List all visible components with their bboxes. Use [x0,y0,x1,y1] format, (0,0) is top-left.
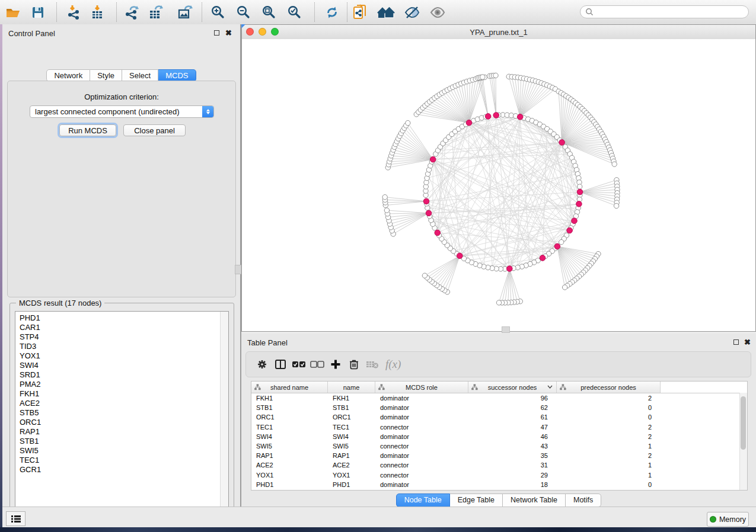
tab-network[interactable]: Network [46,69,90,82]
mcds-result-item[interactable]: SWI4 [15,361,228,370]
cell-MCDS-role: dominator [375,452,468,459]
zoom-selected-button[interactable] [285,3,304,21]
mcds-result-item[interactable]: GCR1 [15,465,228,475]
cell-predecessor-nodes: 0 [557,481,661,488]
desktop-wallpaper-edge [0,527,756,532]
task-history-button[interactable] [6,511,25,526]
export-image-button[interactable] [176,3,194,21]
network-graph[interactable] [242,39,755,331]
tab-network-table[interactable]: Network Table [503,493,566,507]
scrollbar-thumb[interactable] [741,396,746,450]
table-row[interactable]: YOX1YOX1connector291 [251,470,747,480]
trash-icon [349,359,359,370]
mcds-result-item[interactable]: YOX1 [15,351,228,361]
table-panel-float-button[interactable] [732,338,740,346]
run-mcds-button[interactable]: Run MCDS [59,124,116,136]
mcds-result-item[interactable]: SRD1 [15,370,228,380]
tab-style[interactable]: Style [90,69,122,82]
zoom-out-button[interactable] [234,3,253,21]
settings-button[interactable] [256,358,269,371]
control-panel-close-button[interactable]: ✖ [225,29,232,37]
mcds-result-list[interactable]: PHD1CAR1STP4TID3YOX1SWI4SRD1PMA2FKH1ACE2… [15,311,229,520]
zoom-in-button[interactable] [208,3,227,21]
column-chooser-button[interactable] [274,358,287,371]
cell-MCDS-role: dominator [375,414,468,421]
cell-name: SWI5 [328,443,375,450]
network-titlebar[interactable]: YPA_prune.txt_1 [242,25,755,40]
export-table-button[interactable] [146,3,165,21]
cell-shared-name: STB1 [251,404,328,411]
deselect-all-rows-button[interactable] [311,358,324,371]
add-column-button[interactable] [329,358,342,371]
mcds-result-title: MCDS result (17 nodes) [16,299,104,307]
column-header-predecessor-nodes[interactable]: predecessor nodes [557,382,661,393]
tab-mcds[interactable]: MCDS [158,69,196,82]
node-table: shared namenameMCDS rolesuccessor nodesp… [251,381,748,491]
table-row[interactable]: ACE2ACE2connector311 [251,460,747,470]
tab-select[interactable]: Select [122,69,158,82]
table-row[interactable]: PHD1PHD1dominator180 [251,480,747,489]
vertical-splitter-handle[interactable] [235,265,241,274]
table-row[interactable]: SWI4SWI4dominator462 [251,432,747,441]
mcds-result-item[interactable]: SWI5 [15,446,228,456]
hide-panel-button[interactable] [403,3,422,21]
table-scrollbar[interactable] [739,393,747,490]
home-button[interactable] [377,3,395,21]
network-document-button[interactable] [350,3,369,21]
tab-edge-table[interactable]: Edge Table [450,493,503,507]
network-hub-node [572,218,578,224]
import-table-button[interactable] [88,3,107,21]
mcds-result-item[interactable]: CAR1 [15,323,228,332]
column-header-shared-name[interactable]: shared name [251,382,328,393]
tab-node-table[interactable]: Node Table [396,493,450,507]
mcds-result-item[interactable]: PMA2 [15,380,228,389]
status-bar: Memory [0,507,756,528]
table-row[interactable]: STB1STB1dominator620 [251,403,747,412]
column-header-successor-nodes[interactable]: successor nodes [468,382,557,393]
column-header-MCDS-role[interactable]: MCDS role [375,382,468,393]
mcds-result-item[interactable]: STB5 [15,408,228,418]
control-panel-float-button[interactable] [213,29,221,37]
mcds-result-item[interactable]: RAP1 [15,427,228,437]
criterion-dropdown[interactable]: largest connected component (undirected) [30,105,214,118]
mcds-result-item[interactable]: ORC1 [15,418,228,427]
table-row[interactable]: TEC1TEC1connector472 [251,422,747,432]
delete-table-button[interactable] [366,358,379,371]
import-network-button[interactable] [65,3,84,21]
mcds-result-item[interactable]: STB1 [15,437,228,446]
table-row[interactable]: FKH1FKH1dominator962 [251,393,747,403]
delete-column-button[interactable] [347,358,361,371]
zoom-fit-icon [261,5,276,20]
close-panel-button[interactable]: Close panel [123,124,186,136]
open-session-button[interactable] [4,3,23,21]
export-network-button[interactable] [123,3,142,21]
mcds-result-item[interactable]: TEC1 [15,456,228,465]
search-input[interactable] [580,5,749,18]
network-hub-node [517,114,523,120]
select-all-rows-button[interactable] [292,358,305,371]
mcds-list-scrollbar[interactable] [220,312,228,519]
cell-predecessor-nodes: 2 [557,452,661,459]
save-session-button[interactable] [28,3,47,21]
refresh-layout-button[interactable] [323,3,342,21]
table-row[interactable]: ORC1ORC1dominator610 [251,412,747,422]
apply-function-button[interactable]: f(x) [384,358,404,371]
table-row[interactable]: SWI5SWI5connector431 [251,441,747,451]
mcds-result-item[interactable]: STP4 [15,332,228,342]
main-toolbar [0,0,756,25]
column-header-name[interactable]: name [328,382,375,393]
mcds-result-item[interactable]: ACE2 [15,399,228,408]
horizontal-splitter-handle[interactable] [502,326,510,333]
toolbar-separator [202,2,202,22]
table-panel-close-button[interactable]: ✖ [744,338,751,346]
cell-shared-name: ACE2 [251,462,328,469]
memory-button[interactable]: Memory [707,512,749,527]
mcds-result-item[interactable]: FKH1 [15,389,228,399]
mcds-result-item[interactable]: PHD1 [15,313,228,323]
tab-motifs[interactable]: Motifs [566,493,601,507]
mcds-result-item[interactable]: TID3 [15,342,228,351]
zoom-fit-button[interactable] [259,3,278,21]
show-panel-button[interactable] [428,3,447,21]
network-canvas[interactable] [242,39,755,331]
table-row[interactable]: RAP1RAP1dominator352 [251,451,747,460]
